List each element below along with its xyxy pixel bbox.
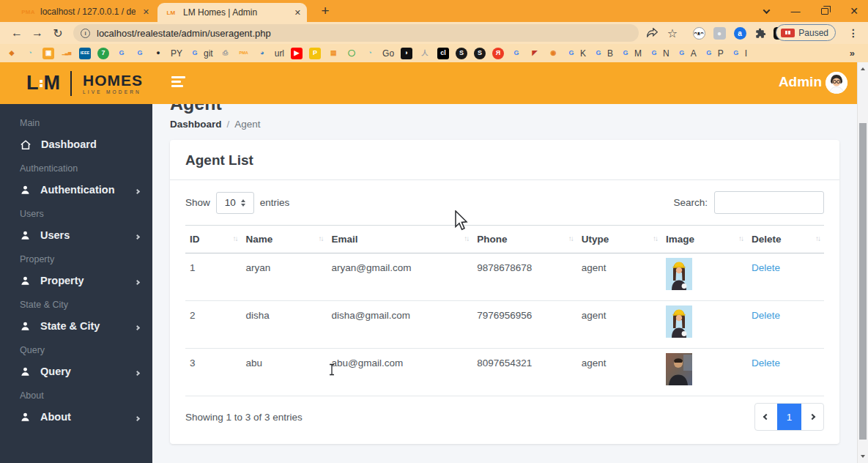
column-header-name[interactable]: Name↑↓	[241, 226, 327, 253]
extension-a-icon[interactable]: a	[731, 22, 749, 44]
extension-panda-icon[interactable]: ᴖᴥᴖ	[690, 22, 708, 44]
sidebar-item-authentication[interactable]: Authentication	[0, 177, 152, 202]
bookmarks-overflow-chevron[interactable]: »	[850, 44, 855, 62]
tab-close-icon[interactable]: ✕	[141, 7, 155, 17]
back-button-icon[interactable]: ←	[7, 22, 26, 44]
bookmark-item[interactable]: P	[309, 48, 321, 59]
bookmark-item[interactable]: ◯	[346, 48, 357, 59]
bookmark-icon: G	[116, 48, 127, 59]
extension-paused-badge[interactable]: Paused	[776, 24, 836, 41]
bookmark-item[interactable]: 7	[97, 48, 109, 59]
bookmark-item[interactable]: ◤	[529, 48, 541, 59]
tab-close-icon[interactable]: ✕	[293, 8, 307, 18]
browser-menu-icon[interactable]: ⋮	[846, 22, 861, 44]
bookmark-item[interactable]: ◔	[24, 48, 36, 59]
sidebar-item-users[interactable]: Users	[0, 223, 152, 248]
cell-delete: Delete	[747, 301, 824, 349]
bookmark-star-icon[interactable]: ☆	[664, 22, 681, 44]
bookmark-item[interactable]: ◆	[6, 48, 18, 59]
tab-phpmyadmin[interactable]: PMA localhost / 127.0.0.1 / developers ✕	[22, 2, 155, 21]
window-minimize-button[interactable]: —	[782, 0, 809, 22]
bookmark-item[interactable]: 人	[419, 48, 431, 59]
bookmark-item[interactable]: IEEE	[79, 48, 91, 59]
bookmark-item[interactable]: PMA	[238, 48, 250, 59]
reload-button-icon[interactable]: ↻	[48, 22, 67, 44]
bookmark-item[interactable]: GI	[730, 48, 747, 59]
scrollbar-thumb[interactable]	[859, 123, 867, 440]
search-input[interactable]	[714, 191, 824, 214]
bookmark-icon: P	[309, 48, 321, 59]
column-header-delete[interactable]: Delete↑↓	[747, 226, 824, 253]
extension-person-icon[interactable]: ●	[711, 22, 728, 44]
bookmark-item[interactable]: ▁▃▅	[61, 48, 73, 59]
extensions-puzzle-icon[interactable]	[752, 22, 769, 44]
column-header-id[interactable]: ID↑↓	[185, 226, 241, 253]
bookmark-item[interactable]: ●	[152, 48, 164, 59]
pagination-prev-button[interactable]	[755, 404, 777, 430]
delete-link[interactable]: Delete	[752, 358, 780, 368]
bookmark-item[interactable]: G	[511, 48, 522, 59]
bookmark-item[interactable]: ◔	[364, 48, 376, 59]
bookmark-icon: ◉	[547, 48, 559, 59]
share-icon[interactable]	[643, 22, 661, 44]
window-menu-button[interactable]	[752, 0, 780, 22]
delete-link[interactable]: Delete	[752, 262, 780, 273]
bookmark-item[interactable]: ▶	[291, 48, 303, 59]
new-tab-button[interactable]: +	[316, 2, 334, 20]
bookmark-item[interactable]: cl	[437, 48, 449, 59]
column-header-utype[interactable]: Utype↑↓	[577, 226, 661, 253]
admin-avatar[interactable]	[826, 72, 847, 94]
tab-lm-homes-admin[interactable]: LM LM Homes | Admin ✕	[157, 3, 307, 22]
column-header-email[interactable]: Email↑↓	[327, 226, 473, 253]
bookmark-item[interactable]: GP	[703, 48, 724, 59]
forward-button-icon[interactable]: →	[28, 22, 47, 44]
sidebar-item-about[interactable]: About	[0, 404, 152, 429]
bookmark-item[interactable]: ◉	[547, 48, 559, 59]
bookmark-item[interactable]: PY	[171, 48, 182, 59]
sidebar-item-property[interactable]: Property	[0, 268, 152, 293]
bookmark-item[interactable]: GA	[676, 48, 697, 59]
column-header-phone[interactable]: Phone↑↓	[472, 226, 577, 253]
bookmark-item[interactable]: GN	[648, 48, 669, 59]
bookmark-item[interactable]: G	[134, 48, 146, 59]
breadcrumb-dashboard-link[interactable]: Dashboard	[170, 119, 222, 130]
site-info-icon[interactable]: i	[81, 29, 90, 38]
pagination-page-1[interactable]: 1	[777, 404, 801, 430]
chevron-right-icon	[809, 414, 815, 420]
scrollbar-up-arrow[interactable]	[858, 64, 868, 74]
bookmark-item[interactable]: ▣	[42, 48, 54, 59]
bookmark-item[interactable]: Я	[492, 48, 504, 59]
sidebar-item-query[interactable]: Query	[0, 359, 152, 384]
scrollbar-down-arrow[interactable]	[858, 451, 868, 462]
bookmark-item[interactable]: GM	[620, 48, 642, 59]
bookmark-item[interactable]: S	[474, 48, 486, 59]
bookmark-item[interactable]: GB	[593, 48, 613, 59]
bookmark-item[interactable]: G	[116, 48, 127, 59]
delete-link[interactable]: Delete	[752, 310, 780, 321]
sidebar-toggle-icon[interactable]	[171, 76, 185, 87]
bookmark-item[interactable]: url	[275, 48, 284, 59]
bookmark-item[interactable]: ◗	[401, 48, 412, 59]
bookmark-item[interactable]: GK	[565, 48, 586, 59]
sidebar-item-dashboard[interactable]: Dashboard	[0, 132, 152, 157]
admin-menu[interactable]: Admin	[779, 74, 822, 90]
column-header-image[interactable]: Image↑↓	[661, 226, 747, 253]
lm-homes-logo[interactable]: L M HOMES LIVE MODERN	[26, 71, 143, 96]
bookmark-item[interactable]: ▤	[327, 48, 339, 59]
bookmark-item[interactable]: Go	[382, 48, 394, 59]
sidebar-item-state-city[interactable]: State & City	[0, 314, 152, 338]
bookmark-item[interactable]: ◕	[256, 48, 268, 59]
bookmark-item[interactable]: Ggit	[189, 48, 213, 59]
bookmark-item[interactable]: ⎙	[220, 48, 231, 59]
browser-tab-bar: PMA localhost / 127.0.0.1 / developers ✕…	[0, 0, 868, 22]
bookmark-icon: Я	[492, 48, 504, 59]
bookmark-icon: ◆	[6, 48, 18, 59]
pagination-next-button[interactable]	[801, 404, 823, 430]
window-close-button[interactable]: ✕	[840, 0, 868, 22]
address-bar[interactable]: i localhost/realestate/admin/useragent.p…	[73, 24, 639, 42]
bookmark-item[interactable]: S	[456, 48, 467, 59]
page-length-select[interactable]: 10	[216, 192, 254, 214]
bookmark-icon: PMA	[238, 48, 250, 59]
window-restore-button[interactable]	[811, 0, 839, 22]
bookmark-label: N	[663, 48, 669, 59]
